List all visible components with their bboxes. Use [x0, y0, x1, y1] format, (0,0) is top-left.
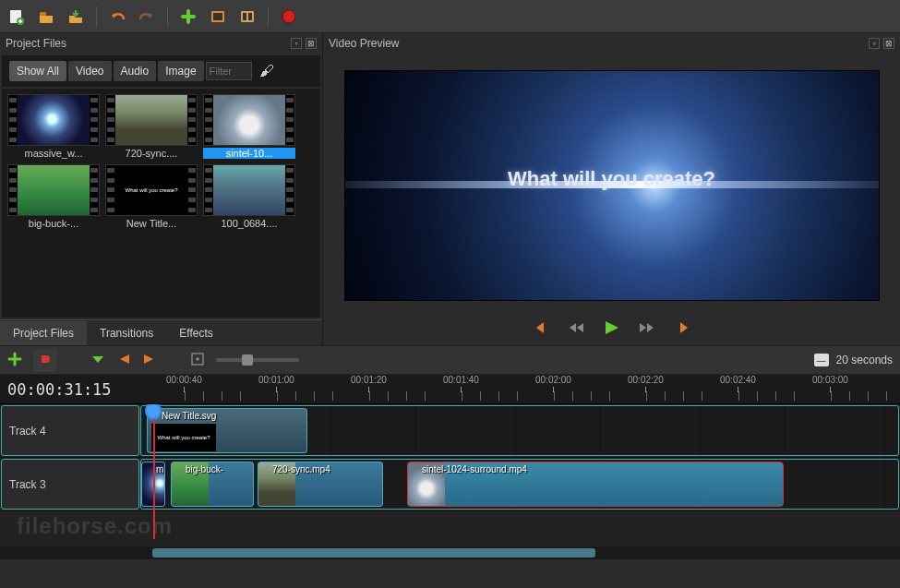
ruler-tick: 00:01:20 — [351, 375, 387, 392]
center-playhead-icon[interactable] — [190, 352, 205, 369]
video-preview-title: Video Preview — [329, 37, 400, 50]
playhead[interactable] — [153, 404, 162, 546]
project-file-thumb[interactable]: big-buck-... — [7, 164, 100, 229]
panel-detach-icon[interactable]: ▫ — [291, 38, 302, 49]
filmstrip2-icon[interactable] — [238, 7, 257, 26]
timeline-clip[interactable]: ▼720-sync.mp4 — [258, 462, 383, 507]
save-file-icon[interactable] — [66, 7, 85, 26]
track-content[interactable]: ▼m▼big-buck-▼720-sync.mp4▼sintel-1024-su… — [140, 459, 899, 510]
timeline-clip[interactable]: ▼New Title.svgWhat will you create? — [147, 408, 307, 453]
filmstrip-icon[interactable] — [209, 7, 227, 26]
tab-project-files[interactable]: Project Files — [0, 321, 87, 345]
project-file-thumb[interactable]: What will you create?New Title... — [105, 164, 198, 229]
transport-controls — [323, 312, 900, 345]
zoom-label: 20 seconds — [836, 354, 893, 366]
ruler-tick: 00:01:00 — [258, 375, 294, 392]
video-preview-header: Video Preview ▫ ⊠ — [323, 33, 900, 54]
main-toolbar — [0, 0, 900, 33]
undo-icon[interactable] — [108, 7, 126, 26]
filter-audio[interactable]: Audio — [114, 61, 157, 81]
redo-icon[interactable] — [138, 7, 156, 26]
jump-start-icon[interactable] — [533, 320, 551, 338]
svg-rect-6 — [243, 13, 246, 20]
timeline-clip[interactable]: ▼big-buck- — [171, 462, 254, 507]
record-icon[interactable] — [280, 7, 298, 26]
play-icon[interactable] — [603, 319, 621, 339]
jump-end-icon[interactable] — [673, 320, 691, 338]
zoom-level-icon[interactable]: — — [814, 354, 829, 366]
project-file-thumb[interactable]: 720-sync.... — [105, 94, 198, 159]
separator — [268, 6, 269, 27]
panel-detach-icon[interactable]: ▫ — [869, 38, 880, 49]
filter-image[interactable]: Image — [158, 61, 203, 81]
tab-transitions[interactable]: Transitions — [87, 321, 166, 345]
separator — [167, 6, 168, 27]
track-header[interactable]: Track 3 — [1, 459, 139, 510]
track-content[interactable]: ▼New Title.svgWhat will you create? — [140, 405, 899, 456]
prev-marker-icon[interactable] — [116, 353, 131, 368]
panel-tabs: Project Files Transitions Effects — [0, 319, 322, 345]
project-file-thumb[interactable]: 100_0684.... — [203, 164, 295, 229]
marker-dropdown-icon[interactable] — [90, 354, 105, 367]
track-header[interactable]: Track 4 — [1, 405, 139, 456]
add-track-icon[interactable] — [7, 352, 22, 369]
filter-input[interactable] — [206, 62, 252, 80]
panel-close-icon[interactable]: ⊠ — [883, 38, 894, 49]
filter-row: Show All Video Audio Image 🖌 — [2, 55, 320, 87]
open-file-icon[interactable] — [37, 7, 55, 26]
ruler-tick: 00:02:00 — [535, 375, 571, 392]
ruler-tick: 00:02:20 — [628, 375, 664, 392]
clear-filter-icon[interactable]: 🖌 — [259, 63, 274, 79]
timeline-toolbar: — 20 seconds — [0, 345, 900, 375]
svg-rect-2 — [40, 12, 46, 16]
timeline: 00:00:31:15 00:00:4000:01:0000:01:2000:0… — [0, 375, 900, 559]
svg-rect-7 — [248, 13, 252, 20]
project-files-title: Project Files — [6, 37, 66, 50]
video-preview[interactable]: What will you create? — [344, 70, 880, 301]
filter-video[interactable]: Video — [68, 61, 111, 81]
project-files-grid: massive_w...720-sync....sintel-10...big-… — [2, 89, 320, 318]
project-file-thumb[interactable]: sintel-10... — [203, 94, 295, 159]
timeline-tracks: Track 4▼New Title.svgWhat will you creat… — [0, 404, 900, 546]
next-marker-icon[interactable] — [142, 353, 157, 368]
ruler-tick: 00:00:40 — [166, 375, 202, 392]
panel-close-icon[interactable]: ⊠ — [306, 38, 317, 49]
project-file-thumb[interactable]: massive_w... — [7, 94, 100, 159]
forward-icon[interactable] — [638, 320, 656, 338]
ruler-tick: 00:01:40 — [443, 375, 479, 392]
svg-rect-4 — [213, 13, 222, 20]
preview-overlay-text: What will you create? — [345, 167, 879, 191]
project-files-header: Project Files ▫ ⊠ — [0, 33, 322, 54]
timeline-track: Track 4▼New Title.svgWhat will you creat… — [0, 404, 900, 458]
timecode-display: 00:00:31:15 — [7, 380, 112, 399]
timeline-track: Track 3▼m▼big-buck-▼720-sync.mp4▼sintel-… — [0, 458, 900, 511]
new-file-icon[interactable] — [7, 7, 26, 26]
ruler-tick: 00:03:00 — [812, 375, 848, 392]
rewind-icon[interactable] — [568, 320, 586, 338]
timeline-clip[interactable]: ▼sintel-1024-surround.mp4 — [407, 462, 784, 507]
timeline-ruler[interactable]: 00:00:31:15 00:00:4000:01:0000:01:2000:0… — [0, 375, 900, 404]
separator — [96, 6, 97, 27]
filter-show-all[interactable]: Show All — [9, 61, 66, 81]
tab-effects[interactable]: Effects — [166, 321, 225, 345]
snap-icon[interactable] — [33, 349, 57, 372]
timeline-scrollbar[interactable] — [0, 546, 900, 559]
ruler-tick: 00:02:40 — [720, 375, 756, 392]
zoom-slider[interactable] — [216, 358, 299, 362]
add-icon[interactable] — [179, 7, 198, 26]
